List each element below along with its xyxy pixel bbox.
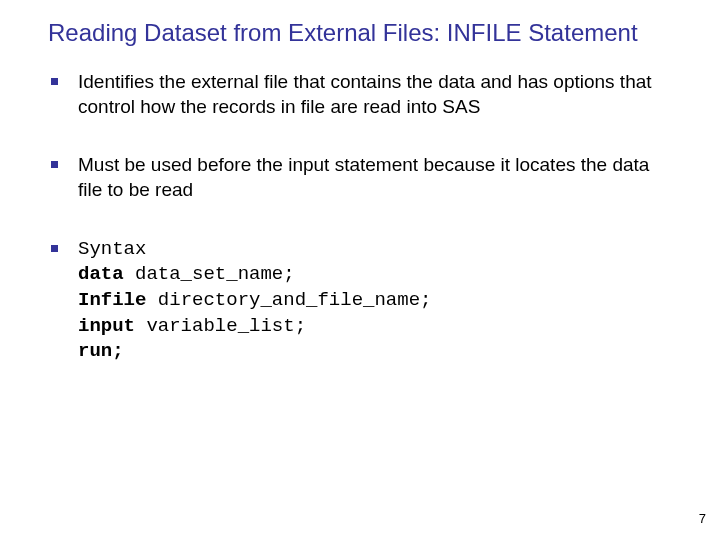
keyword-data: data <box>78 263 124 285</box>
arg-infile: directory_and_file_name; <box>146 289 431 311</box>
syntax-line: run; <box>78 339 672 365</box>
keyword-infile: Infile <box>78 289 146 311</box>
bullet-list: Identifies the external file that contai… <box>48 70 672 365</box>
bullet-text: Must be used before the input statement … <box>78 154 649 200</box>
arg-data: data_set_name; <box>124 263 295 285</box>
slide-title: Reading Dataset from External Files: INF… <box>48 18 672 48</box>
list-item: Must be used before the input statement … <box>48 153 672 202</box>
arg-input: variable_list; <box>135 315 306 337</box>
list-item: Identifies the external file that contai… <box>48 70 672 119</box>
list-item: Syntax data data_set_name; Infile direct… <box>48 237 672 365</box>
keyword-run: run; <box>78 340 124 362</box>
bullet-text: Identifies the external file that contai… <box>78 71 652 117</box>
keyword-input: input <box>78 315 135 337</box>
syntax-block: Syntax data data_set_name; Infile direct… <box>78 237 672 365</box>
syntax-label: Syntax <box>78 237 672 263</box>
page-number: 7 <box>699 511 706 526</box>
syntax-line: data data_set_name; <box>78 262 672 288</box>
slide: Reading Dataset from External Files: INF… <box>0 0 720 540</box>
syntax-line: Infile directory_and_file_name; <box>78 288 672 314</box>
syntax-line: input variable_list; <box>78 314 672 340</box>
